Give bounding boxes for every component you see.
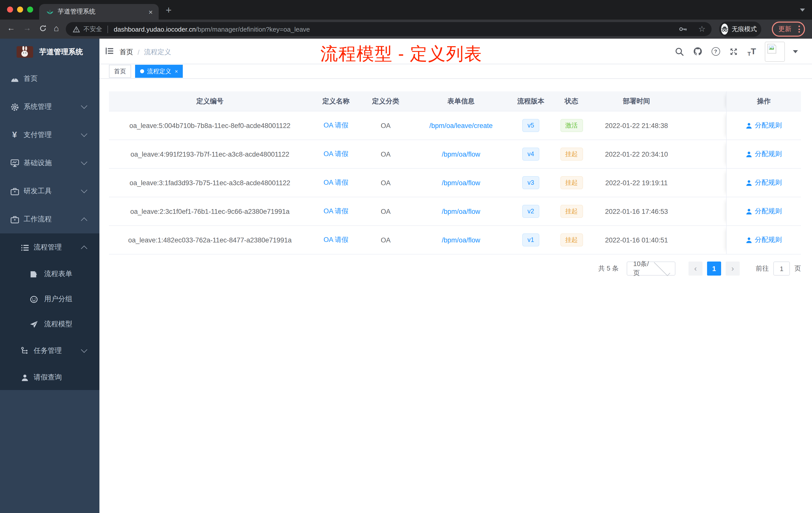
form-link[interactable]: /bpm/oa/flow — [442, 150, 480, 158]
monitor-icon — [10, 159, 19, 167]
table-row: oa_leave:5:004b710b-7b8a-11ec-8ef0-acde4… — [109, 112, 801, 140]
yen-icon: ¥ — [10, 130, 19, 140]
assign-rule-link[interactable]: 分配规则 — [755, 178, 782, 187]
sidebar-item-leave-query[interactable]: 请假查询 — [0, 365, 99, 390]
tags-view: 首页 流程定义 × — [99, 64, 812, 79]
minimize-window-button[interactable] — [17, 6, 23, 12]
sidebar-item-system[interactable]: 系统管理 — [0, 93, 99, 121]
col-header-name: 定义名称 — [311, 91, 361, 111]
screen: 芋道管理系统 × + ← → ⌂ 不安全 dashboar — [0, 0, 812, 513]
col-header-status: 状态 — [550, 91, 593, 111]
chevron-down-icon — [81, 187, 87, 193]
browser-update-button[interactable]: 更新 — [772, 22, 805, 37]
prev-page-button[interactable]: ‹ — [689, 262, 702, 276]
cell-definition-id: oa_leave:4:991f2193-7b7f-11ec-a3c8-acde4… — [109, 140, 311, 168]
assign-rule-link[interactable]: 分配规则 — [755, 150, 782, 159]
new-tab-button[interactable]: + — [166, 4, 172, 16]
browser-menu-icon[interactable] — [799, 26, 800, 33]
breadcrumb-current: 流程定义 — [144, 48, 171, 57]
reload-button[interactable] — [39, 25, 47, 32]
definition-name-link[interactable]: OA 请假 — [323, 235, 348, 244]
page-size-select[interactable]: 10条/页 — [627, 262, 675, 276]
chevron-down-icon — [81, 159, 87, 165]
home-button[interactable]: ⌂ — [54, 24, 59, 34]
paper-plane-icon — [29, 320, 38, 328]
tab-search-caret-icon[interactable] — [800, 8, 805, 11]
font-size-icon[interactable]: TT — [747, 47, 757, 57]
assign-user-icon — [746, 237, 752, 243]
password-key-icon[interactable] — [679, 27, 687, 32]
tag-home[interactable]: 首页 — [109, 65, 131, 78]
chevron-up-icon — [81, 245, 87, 252]
tab-close-icon[interactable]: × — [149, 8, 153, 15]
search-icon[interactable] — [674, 47, 685, 57]
sidebar-item-process-form[interactable]: 流程表单 — [0, 262, 99, 286]
next-page-button[interactable]: › — [726, 262, 740, 276]
back-button[interactable]: ← — [7, 24, 15, 33]
tag-process-definition[interactable]: 流程定义 × — [135, 65, 183, 78]
total-count: 共 5 条 — [598, 264, 619, 273]
form-link[interactable]: /bpm/oa/flow — [442, 208, 480, 215]
definition-name-link[interactable]: OA 请假 — [323, 178, 348, 187]
version-badge: v2 — [522, 205, 539, 218]
assign-rule-link[interactable]: 分配规则 — [755, 121, 782, 130]
browser-tab[interactable]: 芋道管理系统 × — [39, 4, 159, 20]
page-number-active[interactable]: 1 — [707, 262, 721, 276]
sidebar-item-task-mgmt[interactable]: 任务管理 — [0, 337, 99, 365]
goto-page-input[interactable] — [773, 262, 790, 276]
form-link[interactable]: /bpm/oa/flow — [442, 179, 480, 186]
goto-label: 前往 — [756, 264, 769, 273]
zoom-window-button[interactable] — [27, 6, 33, 12]
fullscreen-icon[interactable] — [729, 47, 739, 57]
user-avatar[interactable] — [765, 41, 785, 61]
github-icon[interactable] — [693, 47, 702, 57]
definition-name-link[interactable]: OA 请假 — [323, 150, 348, 159]
cell-definition-id: oa_leave:3:1fad3d93-7b75-11ec-a3c8-acde4… — [109, 169, 311, 197]
sidebar-item-label: 支付管理 — [24, 130, 52, 140]
definition-name-link[interactable]: OA 请假 — [323, 121, 348, 130]
sidebar-item-process-mgmt[interactable]: 流程管理 — [0, 233, 99, 262]
main-content: 定义编号 定义名称 定义分类 表单信息 流程版本 状态 部署时间 操作 oa_l… — [99, 79, 812, 513]
sidebar-toggle-icon[interactable] — [106, 47, 114, 55]
briefcase-icon — [10, 187, 19, 195]
sidebar-logo[interactable]: 芋道管理系统 — [0, 39, 99, 65]
sidebar-item-label: 流程模型 — [44, 320, 72, 329]
col-header-filler — [680, 91, 726, 111]
col-header-actions: 操作 — [726, 91, 801, 111]
sidebar-item-process-model[interactable]: 流程模型 — [0, 312, 99, 337]
sidebar-item-payment[interactable]: ¥ 支付管理 — [0, 121, 99, 149]
definition-name-link[interactable]: OA 请假 — [323, 207, 348, 216]
assign-user-icon — [746, 122, 752, 129]
assign-rule-link[interactable]: 分配规则 — [755, 235, 782, 244]
bookmark-star-icon[interactable]: ☆ — [698, 25, 705, 33]
form-link[interactable]: /bpm/oa/leave/create — [429, 122, 493, 129]
sidebar-item-devtools[interactable]: 研发工具 — [0, 177, 99, 205]
url-divider — [107, 25, 108, 33]
url-bar[interactable]: 不安全 dashboard.yudao.iocoder.cn /bpm/mana… — [66, 22, 712, 36]
incognito-badge: 无痕模式 — [719, 22, 761, 37]
forward-button[interactable]: → — [23, 24, 31, 33]
col-header-version: 流程版本 — [512, 91, 550, 111]
tag-close-icon[interactable]: × — [175, 68, 178, 74]
select-caret-icon — [654, 260, 670, 276]
tag-label: 首页 — [114, 67, 126, 76]
chevron-up-icon — [81, 217, 87, 223]
form-link[interactable]: /bpm/oa/flow — [442, 236, 480, 244]
gear-icon — [10, 103, 19, 111]
tree-icon — [20, 347, 29, 355]
cell-category: OA — [361, 226, 410, 254]
security-warning-icon[interactable] — [73, 26, 80, 32]
breadcrumb-home[interactable]: 首页 — [119, 48, 133, 57]
breadcrumb: 首页 / 流程定义 — [119, 48, 171, 57]
sidebar-item-home[interactable]: 首页 — [0, 65, 99, 93]
help-icon[interactable]: ? — [710, 47, 721, 57]
sidebar-item-workflow[interactable]: 工作流程 — [0, 205, 99, 233]
tag-label: 流程定义 — [147, 67, 171, 76]
sidebar-item-infra[interactable]: 基础设施 — [0, 149, 99, 177]
sidebar: 芋道管理系统 首页 — [0, 39, 99, 513]
sidebar-item-user-group[interactable]: 用户分组 — [0, 286, 99, 312]
status-badge: 挂起 — [560, 176, 583, 189]
close-window-button[interactable] — [7, 6, 13, 12]
avatar-caret-icon[interactable] — [793, 50, 798, 53]
assign-rule-link[interactable]: 分配规则 — [755, 207, 782, 216]
